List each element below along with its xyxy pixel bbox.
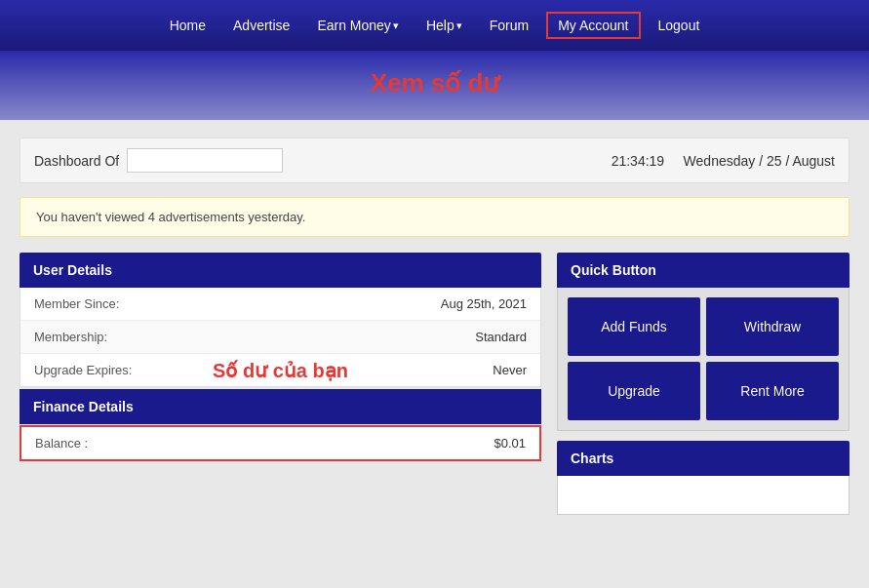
charts-content (557, 476, 849, 515)
nav-help[interactable]: Help (416, 12, 472, 39)
left-panel: User Details Member Since: Aug 25th, 202… (20, 253, 541, 515)
hero-title: Xem số dư (0, 68, 869, 98)
balance-row: Balance : $0.01 (20, 425, 541, 461)
charts-header: Charts (557, 441, 849, 476)
upgrade-expires-label: Upgrade Expires: (34, 363, 132, 377)
nav-earn-money[interactable]: Earn Money (307, 12, 408, 39)
upgrade-expires-row: Upgrade Expires: Số dư của bạn Never (20, 354, 540, 386)
membership-label: Membership: (34, 330, 107, 344)
alert-box: You haven't viewed 4 advertisements yest… (20, 197, 849, 237)
balance-value: $0.01 (494, 436, 526, 451)
add-funds-button[interactable]: Add Funds (568, 297, 700, 356)
nav-advertise[interactable]: Advertise (223, 12, 299, 39)
right-panel: Quick Button Add Funds Withdraw Upgrade … (557, 253, 849, 515)
content-grid: User Details Member Since: Aug 25th, 202… (20, 253, 849, 515)
upgrade-button[interactable]: Upgrade (568, 362, 700, 420)
withdraw-button[interactable]: Withdraw (706, 297, 839, 356)
nav-logout[interactable]: Logout (649, 12, 710, 39)
membership-row: Membership: Standard (20, 321, 540, 354)
watermark-text: Số dư của bạn (213, 359, 348, 382)
dashboard-date: Wednesday / 25 / August (684, 153, 835, 169)
alert-message: You haven't viewed 4 advertisements yest… (36, 210, 305, 224)
member-since-value: Aug 25th, 2021 (441, 296, 527, 311)
nav-home[interactable]: Home (160, 12, 216, 39)
member-since-row: Member Since: Aug 25th, 2021 (20, 288, 540, 321)
quick-button-header: Quick Button (557, 253, 849, 288)
finance-details-header: Finance Details (20, 389, 541, 424)
membership-value: Standard (475, 330, 527, 344)
dashboard-datetime: 21:34:19 Wednesday / 25 / August (612, 153, 835, 169)
dashboard-time: 21:34:19 (612, 153, 665, 169)
dashboard-header: Dashboard Of 21:34:19 Wednesday / 25 / A… (20, 137, 849, 183)
nav-forum[interactable]: Forum (480, 12, 538, 39)
navbar: Home Advertise Earn Money Help Forum My … (0, 0, 869, 51)
balance-label: Balance : (35, 436, 88, 451)
upgrade-expires-value: Never (493, 363, 527, 377)
user-details-header: User Details (20, 253, 541, 288)
nav-my-account[interactable]: My Account (546, 12, 640, 39)
quick-button-grid: Add Funds Withdraw Upgrade Rent More (557, 288, 849, 431)
user-details-table: Member Since: Aug 25th, 2021 Membership:… (20, 288, 541, 387)
dashboard-of-wrap: Dashboard Of (34, 148, 283, 173)
hero-section: Xem số dư (0, 51, 869, 120)
main-content: Dashboard Of 21:34:19 Wednesday / 25 / A… (0, 120, 869, 532)
dashboard-of-label: Dashboard Of (34, 153, 119, 169)
rent-more-button[interactable]: Rent More (706, 362, 839, 420)
dashboard-of-input[interactable] (127, 148, 283, 173)
member-since-label: Member Since: (34, 296, 119, 311)
